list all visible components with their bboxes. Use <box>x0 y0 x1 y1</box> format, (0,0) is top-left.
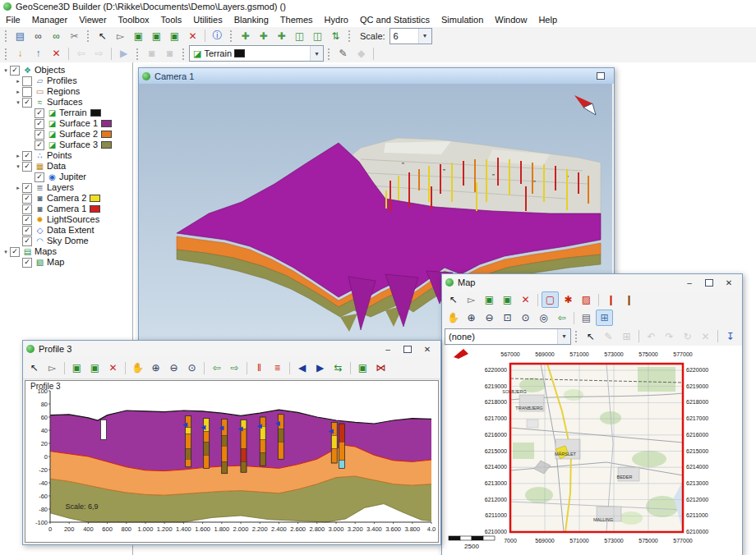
next-profile-icon[interactable]: ⇨ <box>226 360 243 376</box>
erase-surface-icon[interactable]: ◆ <box>353 45 370 62</box>
add-object-2-icon[interactable]: ▣ <box>86 360 104 376</box>
tree-checkbox-camera-1[interactable]: ✓ <box>22 204 32 214</box>
tree-item-camera-2[interactable]: ✓◙Camera 2 <box>0 193 132 204</box>
add-object-3-icon[interactable]: ▣ <box>166 28 183 44</box>
borehole-theme-2-icon[interactable]: ❙ <box>620 291 638 308</box>
zoom-extents-icon[interactable]: ⊙ <box>183 360 201 376</box>
delete-object-icon[interactable]: ✕ <box>184 28 201 44</box>
close-profile-view-icon[interactable]: ⋈ <box>372 360 390 376</box>
step-left-icon[interactable]: ◀ <box>293 360 311 376</box>
tree-label[interactable]: Maps <box>35 246 57 257</box>
zoom-out-icon[interactable]: ⊖ <box>481 310 498 326</box>
delete-object-icon[interactable]: ✕ <box>104 360 122 376</box>
scale-combo-dropdown-arrow[interactable]: ▾ <box>418 29 431 44</box>
tree-label[interactable]: Data Extent <box>47 225 94 236</box>
add-feature-icon[interactable]: ⊞ <box>618 328 635 345</box>
undo-edit-icon[interactable]: ↶ <box>643 328 660 345</box>
map-viewport[interactable]: 5670005690005710005730005750005770007000… <box>442 346 742 555</box>
tree-expander[interactable]: ▾ <box>2 246 10 257</box>
tree-item-data[interactable]: ▾✓▦Data <box>0 161 132 172</box>
tree-expander[interactable]: ▸ <box>14 150 22 161</box>
active-surface-combo-dropdown-arrow[interactable]: ▾ <box>310 46 323 61</box>
tree-label[interactable]: Map <box>47 257 64 268</box>
tree-expander[interactable]: ▾ <box>14 161 22 172</box>
tree-label[interactable]: Surface 3 <box>59 140 98 150</box>
map-canvas[interactable]: 5670005690005710005730005750005770007000… <box>442 346 740 555</box>
tree-checkbox-jupiter[interactable]: ✓ <box>35 172 44 182</box>
menu-simulation[interactable]: Simulation <box>436 13 489 27</box>
previous-profile-icon[interactable]: ⇦ <box>208 360 225 376</box>
tree-item-layers[interactable]: ▸✓≣Layers <box>0 182 132 193</box>
delete-object-icon[interactable]: ✕ <box>517 291 534 308</box>
active-surface-combo[interactable]: ◪Terrain▾ <box>189 45 324 62</box>
tree-label[interactable]: Surface 2 <box>59 129 98 140</box>
step-right-icon[interactable]: ▶ <box>311 360 329 376</box>
screenshot-icon[interactable]: ✂ <box>66 28 83 44</box>
tree-item-maps[interactable]: ▾✓▤Maps <box>0 246 132 257</box>
tree-checkbox-profiles[interactable] <box>22 76 32 86</box>
add-object-2-icon[interactable]: ▣ <box>148 28 165 44</box>
tree-label[interactable]: Regions <box>47 86 80 97</box>
map-minimize-button[interactable]: – <box>680 276 699 289</box>
zoom-in-icon[interactable]: ⊕ <box>147 360 164 376</box>
menu-manager[interactable]: Manager <box>26 13 73 27</box>
menu-blanking[interactable]: Blanking <box>228 13 274 27</box>
select-arrow-icon[interactable]: ↖ <box>94 28 111 44</box>
pan-back-icon[interactable]: ⇦ <box>553 310 570 326</box>
tree-expander[interactable]: ▾ <box>14 97 22 108</box>
tree-checkbox-surfaces[interactable]: ✓ <box>22 98 32 108</box>
delete-data-icon[interactable]: ✕ <box>48 45 65 62</box>
zoom-out-icon[interactable]: ⊖ <box>165 360 182 376</box>
tree-checkbox-terrain[interactable]: ✓ <box>35 108 44 118</box>
select-white-icon[interactable]: ▻ <box>463 291 480 308</box>
profile-window-title-bar[interactable]: Profile 3 – ✕ <box>23 341 440 358</box>
menu-tools[interactable]: Tools <box>155 13 188 27</box>
camera-view-2-icon[interactable]: ◙ <box>161 45 178 62</box>
add-region-icon[interactable]: ✚ <box>273 28 290 44</box>
tree-label[interactable]: Layers <box>47 182 74 193</box>
tree-label[interactable]: Data <box>47 161 66 172</box>
refresh-profile-icon[interactable]: ⇆ <box>330 360 347 376</box>
tree-label[interactable]: LightSources <box>47 214 99 225</box>
profile-window[interactable]: Profile 3 – ✕ ↖▻▣▣✕✋⊕⊖⊙⇦⇨‖≡◀▶⇆▣⋈ 1008060… <box>22 340 441 545</box>
tree-item-data-extent[interactable]: ✓◇Data Extent <box>0 225 132 236</box>
select-arrow-icon[interactable]: ↖ <box>25 360 43 376</box>
profile-minimize-button[interactable]: – <box>378 342 398 355</box>
tree-checkbox-surface-3[interactable]: ✓ <box>35 140 44 150</box>
tree-item-surface-2[interactable]: ✓◪Surface 2 <box>0 129 132 140</box>
menu-viewer[interactable]: Viewer <box>73 13 112 27</box>
tree-expander[interactable]: ▸ <box>14 182 22 193</box>
save-icon[interactable]: ▤ <box>12 28 29 44</box>
tree-checkbox-regions[interactable] <box>22 87 32 97</box>
add-point-icon[interactable]: ✚ <box>255 28 272 44</box>
add-profile-icon[interactable]: ✚ <box>237 28 254 44</box>
menu-file[interactable]: File <box>0 13 26 27</box>
download-data-icon[interactable]: ↧ <box>721 328 739 345</box>
save-profile-icon[interactable]: ▣ <box>354 360 371 376</box>
export-data-icon[interactable]: ↑ <box>30 45 47 62</box>
map-theme-combo[interactable]: (none)▾ <box>445 328 571 345</box>
tree-checkbox-map[interactable]: ✓ <box>22 258 32 268</box>
zoom-previous-icon[interactable]: ◎ <box>535 310 552 326</box>
tree-label[interactable]: Surfaces <box>47 97 82 108</box>
tree-checkbox-surface-1[interactable]: ✓ <box>35 119 44 129</box>
menu-qc-and-statistics[interactable]: QC and Statistics <box>354 13 436 27</box>
tree-item-objects[interactable]: ▾✓❖Objects <box>0 65 132 76</box>
show-layers-icon[interactable]: ≡ <box>269 360 286 376</box>
tree-item-map[interactable]: ✓▧Map <box>0 257 132 268</box>
search-icon[interactable]: ∞ <box>30 28 47 44</box>
profile-chart-area[interactable]: 100806040200-20-40-60-80-100020040060080… <box>25 380 439 543</box>
camera-view-1-icon[interactable]: ◙ <box>143 45 160 62</box>
select-white-icon[interactable]: ▻ <box>44 360 61 376</box>
map-window[interactable]: Map – ✕ ↖▻▣▣✕▢✱▨❙❙ ✋⊕⊖⊡⊙◎⇦▤⊞ (none)▾↖✎⊞↶… <box>441 273 743 555</box>
tree-checkbox-maps[interactable]: ✓ <box>10 247 20 257</box>
menu-toolbox[interactable]: Toolbox <box>113 13 155 27</box>
zoom-window-icon[interactable]: ⊡ <box>499 310 516 326</box>
copy-object-2-icon[interactable]: ◫ <box>309 28 326 44</box>
add-object-1-icon[interactable]: ▣ <box>481 291 498 308</box>
profile-close-button[interactable]: ✕ <box>417 342 437 355</box>
select-feature-icon[interactable]: ↖ <box>582 328 599 345</box>
grid-toggle-icon[interactable]: ⊞ <box>596 310 613 326</box>
menu-help[interactable]: Help <box>532 13 563 27</box>
tree-item-surface-1[interactable]: ✓◪Surface 1 <box>0 118 132 129</box>
